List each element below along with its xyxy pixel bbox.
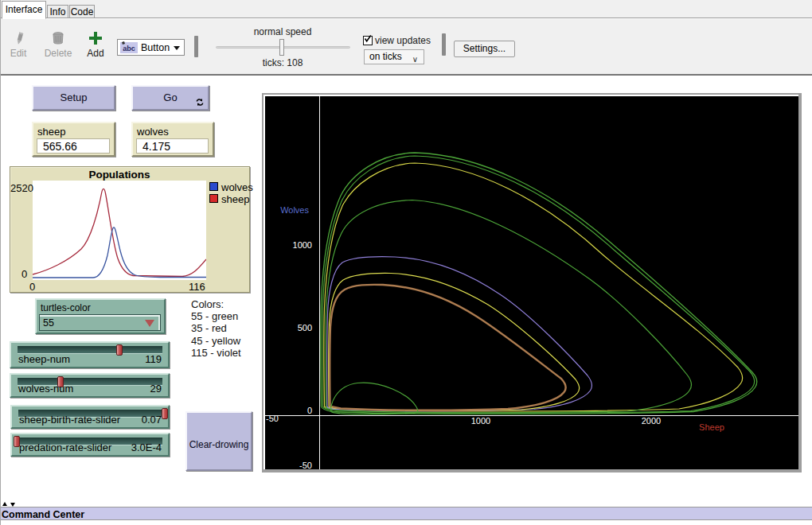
svg-text:-50: -50 [266,414,279,423]
svg-text:1000: 1000 [471,416,490,426]
svg-text:-50: -50 [299,461,312,469]
svg-text:Sheep: Sheep [699,422,724,432]
svg-text:2000: 2000 [642,416,661,426]
svg-text:500: 500 [298,323,312,332]
svg-text:Wolves: Wolves [280,205,309,215]
svg-text:0: 0 [307,406,312,415]
svg-text:1000: 1000 [293,240,312,250]
